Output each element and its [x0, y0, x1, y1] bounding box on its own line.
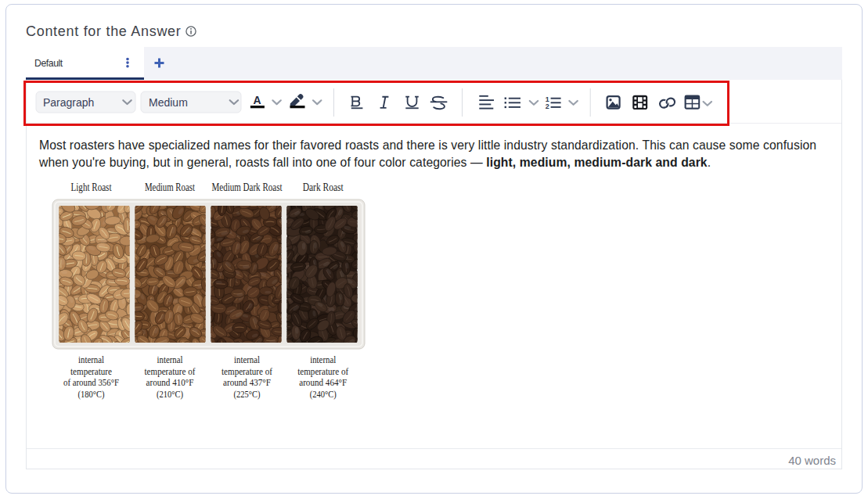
svg-text:Medium Roast: Medium Roast	[145, 181, 195, 193]
svg-text:internal: internal	[157, 354, 183, 365]
svg-text:(180°C): (180°C)	[78, 388, 105, 400]
svg-text:around 437°F: around 437°F	[223, 376, 271, 388]
svg-text:temperature of: temperature of	[145, 365, 196, 377]
svg-text:internal: internal	[310, 354, 336, 365]
svg-text:temperature of: temperature of	[297, 365, 349, 377]
svg-text:of around 356°F: of around 356°F	[63, 376, 119, 388]
svg-text:Light Roast: Light Roast	[71, 181, 112, 193]
svg-text:(210°C): (210°C)	[157, 388, 183, 400]
svg-text:internal: internal	[234, 354, 260, 365]
svg-text:Dark Roast: Dark Roast	[303, 181, 344, 193]
svg-text:around 464°F: around 464°F	[299, 376, 347, 388]
svg-text:temperature: temperature	[70, 365, 112, 377]
svg-text:around 410°F: around 410°F	[146, 376, 194, 388]
svg-text:temperature of: temperature of	[222, 365, 273, 377]
svg-text:(225°C): (225°C)	[234, 388, 261, 400]
svg-text:internal: internal	[78, 354, 104, 365]
svg-text:Medium Dark Roast: Medium Dark Roast	[212, 181, 283, 193]
svg-text:(240°C): (240°C)	[310, 388, 337, 400]
